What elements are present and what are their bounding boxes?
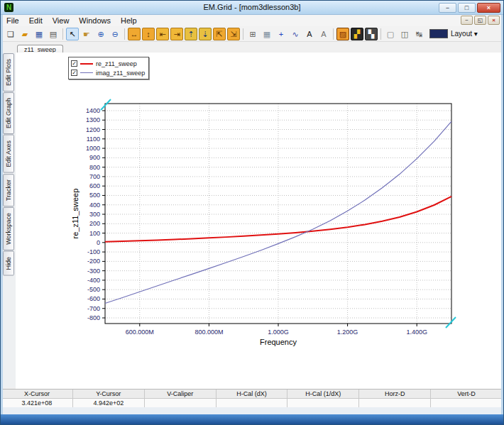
format-text-icon[interactable]: A — [317, 28, 330, 40]
side-tab-edit-plots[interactable]: Edit Plots — [3, 53, 14, 92]
x-tick-label: 600.000M — [126, 329, 154, 336]
layout-swatch-icon — [429, 29, 448, 38]
y-tick-label: 900 — [89, 154, 100, 161]
frame-double-icon[interactable]: ◫ — [398, 28, 411, 40]
zoom-out-icon[interactable]: ⊖ — [109, 28, 121, 40]
menu-file[interactable]: File — [1, 16, 24, 26]
add-text-icon[interactable]: A — [303, 28, 316, 40]
y-tick-label: 1000 — [86, 145, 100, 152]
legend-label: imag_z11_sweep — [96, 70, 145, 77]
y-axis-label: re_z11_sweep — [71, 189, 80, 239]
y-tick-label: 500 — [89, 192, 100, 199]
layout-label: Layout ▾ — [451, 30, 478, 38]
y-tick-label: -700 — [87, 305, 100, 312]
window-controls: −□× — [439, 3, 500, 13]
y-tick-label: -300 — [87, 267, 100, 275]
x-axis-label: Frequency — [260, 338, 297, 346]
cursor-col-header: Horz-D — [359, 390, 431, 399]
fill-color-icon[interactable]: ▨ — [336, 28, 349, 40]
close-button[interactable]: × — [477, 3, 500, 13]
zoom-in-icon[interactable]: ⊕ — [94, 28, 107, 40]
x-tick-label: 1.000G — [268, 329, 289, 336]
title-bar[interactable]: N EM.Grid - [mom3dlesson3b] −□× — [1, 1, 503, 15]
toolbar-separator — [243, 28, 243, 40]
pattern-icon[interactable]: ▞ — [351, 28, 363, 40]
side-tab-hide[interactable]: Hide — [3, 251, 14, 276]
layout-dropdown[interactable]: Layout ▾ — [429, 29, 478, 38]
zoom-full-extents-icon[interactable]: ⇲ — [227, 28, 240, 40]
toolbar-separator — [62, 28, 63, 40]
shift-down-icon[interactable]: ⇣ — [199, 28, 212, 40]
open-folder-icon[interactable]: ▰ — [18, 28, 31, 40]
shift-left-icon[interactable]: ⇤ — [156, 28, 169, 40]
toolbar-separator — [124, 28, 125, 40]
new-file-icon[interactable]: ❏ — [4, 28, 17, 40]
child-restore-button[interactable]: ◱ — [474, 16, 486, 25]
x-tick-label: 1.200G — [337, 329, 358, 336]
cursor-col-header: Vert-D — [431, 390, 503, 399]
maximize-button[interactable]: □ — [458, 3, 476, 13]
y-tick-label: 600 — [89, 182, 100, 189]
zoom-y-extents-icon[interactable]: ↕ — [142, 28, 155, 40]
y-tick-label: 0 — [97, 239, 100, 246]
add-cursor-icon[interactable]: + — [275, 28, 287, 40]
legend-label: re_z11_sweep — [96, 60, 137, 67]
grid-icon[interactable]: ▦ — [261, 28, 273, 40]
side-tab-tracker[interactable]: Tracker — [3, 174, 14, 206]
minimize-button[interactable]: − — [439, 3, 456, 13]
menu-windows[interactable]: Windows — [74, 16, 116, 26]
pointer-icon[interactable]: ↖ — [66, 28, 79, 40]
shift-up-icon[interactable]: ⇡ — [185, 28, 197, 40]
y-tick-label: 100 — [89, 230, 100, 237]
plot-area: ✓re_z11_sweep✓imag_z11_sweep 14001300120… — [16, 53, 503, 389]
cursor-col-header: H-Cal (dX) — [217, 390, 288, 399]
menu-items: FileEditViewWindowsHelp — [1, 16, 142, 26]
save-icon[interactable]: ▦ — [33, 28, 45, 40]
y-tick-label: -500 — [87, 286, 100, 293]
toolbar-separator — [333, 28, 334, 40]
frame-width-icon[interactable]: ↹ — [412, 28, 425, 40]
y-tick-label: -400 — [87, 277, 100, 284]
y-tick-label: 1200 — [86, 126, 100, 133]
cursor-col-header: H-Cal (1/dX) — [287, 390, 359, 399]
window-title: EM.Grid - [mom3dlesson3b] — [1, 3, 503, 11]
menu-help[interactable]: Help — [116, 16, 142, 26]
child-minimize-button[interactable]: − — [461, 16, 473, 25]
y-tick-label: -800 — [87, 314, 100, 321]
legend: ✓re_z11_sweep✓imag_z11_sweep — [68, 57, 149, 79]
menu-edit[interactable]: Edit — [24, 16, 48, 26]
shift-right-icon[interactable]: ⇥ — [170, 28, 183, 40]
axes-icon[interactable]: ⊞ — [246, 28, 259, 40]
legend-checkbox[interactable]: ✓ — [71, 60, 77, 67]
print-icon[interactable]: ▤ — [47, 28, 60, 40]
mdi-window-controls: −◱× — [461, 16, 500, 25]
zoom-x-extents-icon[interactable]: ↔ — [128, 28, 141, 40]
legend-line-sample — [80, 63, 93, 65]
pan-hand-icon[interactable]: ☛ — [80, 28, 93, 40]
plot-canvas[interactable]: 1400130012001100100090080070060050040030… — [16, 53, 503, 389]
cursor-handle-top-left — [101, 99, 111, 110]
side-tab-edit-graph[interactable]: Edit Graph — [3, 92, 14, 134]
legend-item: ✓re_z11_sweep — [71, 59, 145, 68]
side-tab-edit-axes[interactable]: Edit Axes — [3, 135, 14, 173]
toolbar-separator — [380, 28, 381, 40]
zoom-window-icon[interactable]: ⇱ — [213, 28, 226, 40]
cursor-col-header: V-Caliper — [145, 390, 217, 399]
y-tick-label: 200 — [89, 220, 100, 227]
trace-points-icon[interactable]: ∿ — [289, 28, 302, 40]
hatch-icon[interactable]: ▚ — [365, 28, 378, 40]
app-window: N EM.Grid - [mom3dlesson3b] −□× FileEdit… — [0, 0, 504, 425]
legend-line-sample — [80, 72, 93, 73]
y-tick-label: -200 — [87, 258, 100, 265]
legend-checkbox[interactable]: ✓ — [71, 70, 77, 76]
side-tab-workspace[interactable]: Workspace — [3, 207, 14, 250]
cursor-handle-bottom-right — [446, 317, 456, 328]
menu-view[interactable]: View — [48, 16, 75, 26]
toolbar: ❏▰▦▤↖☛⊕⊖↔↕⇤⇥⇡⇣⇱⇲⊞▦+∿AA▨▞▚▢◫↹Layout ▾ — [1, 26, 503, 42]
left-tab-strip: Edit PlotsEdit GraphEdit AxesTrackerWork… — [1, 53, 16, 387]
plot-frame — [105, 104, 451, 324]
x-tick-label: 1.400G — [406, 329, 427, 336]
menu-bar: FileEditViewWindowsHelp −◱× — [1, 15, 503, 26]
frame-style-icon[interactable]: ▢ — [384, 28, 397, 40]
child-close-button[interactable]: × — [488, 16, 500, 25]
